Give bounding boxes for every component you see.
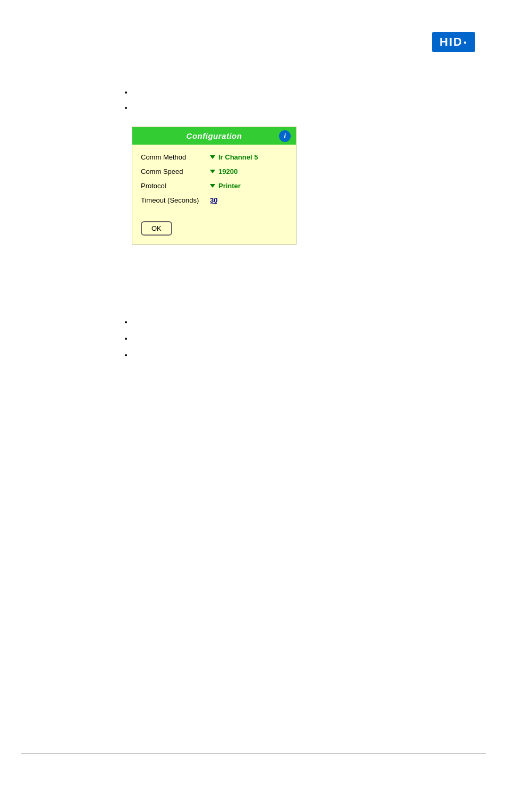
hid-logo: HID● — [432, 32, 475, 52]
info-icon[interactable]: i — [279, 130, 291, 142]
config-row-comm-method: Comm Method Ir Channel 5 — [141, 153, 288, 161]
comm-speed-value[interactable]: 19200 — [210, 168, 238, 175]
config-title: Configuration — [187, 131, 242, 140]
comm-method-label: Comm Method — [141, 153, 210, 161]
config-header: Configuration i — [132, 127, 296, 145]
timeout-label: Timeout (Seconds) — [141, 196, 210, 204]
protocol-label: Protocol — [141, 182, 210, 190]
protocol-value[interactable]: Printer — [210, 182, 241, 190]
comm-method-text: Ir Channel 5 — [218, 153, 258, 161]
config-row-protocol: Protocol Printer — [141, 182, 288, 190]
hid-logo-area: HID● — [432, 32, 475, 52]
hid-logo-dot: ● — [463, 39, 468, 45]
config-panel: Configuration i Comm Method Ir Channel 5… — [132, 127, 297, 245]
config-row-comm-speed: Comm Speed 19200 — [141, 168, 288, 175]
config-row-timeout: Timeout (Seconds) 30 — [141, 196, 288, 204]
comm-speed-label: Comm Speed — [141, 168, 210, 175]
config-body: Comm Method Ir Channel 5 Comm Speed 1920… — [132, 145, 296, 221]
protocol-dropdown-arrow — [210, 184, 215, 188]
hid-logo-text: HID — [440, 35, 463, 49]
comm-method-value[interactable]: Ir Channel 5 — [210, 153, 258, 161]
comm-speed-text: 19200 — [218, 168, 238, 175]
comm-speed-dropdown-arrow — [210, 170, 215, 173]
comm-method-dropdown-arrow — [210, 155, 215, 159]
bullets-bottom — [122, 314, 133, 364]
bullets-top — [122, 85, 133, 115]
timeout-value[interactable]: 30 — [210, 196, 217, 204]
protocol-text: Printer — [218, 182, 241, 190]
ok-button[interactable]: OK — [141, 221, 172, 236]
bottom-divider — [21, 753, 486, 754]
ok-button-area: OK — [132, 221, 296, 244]
